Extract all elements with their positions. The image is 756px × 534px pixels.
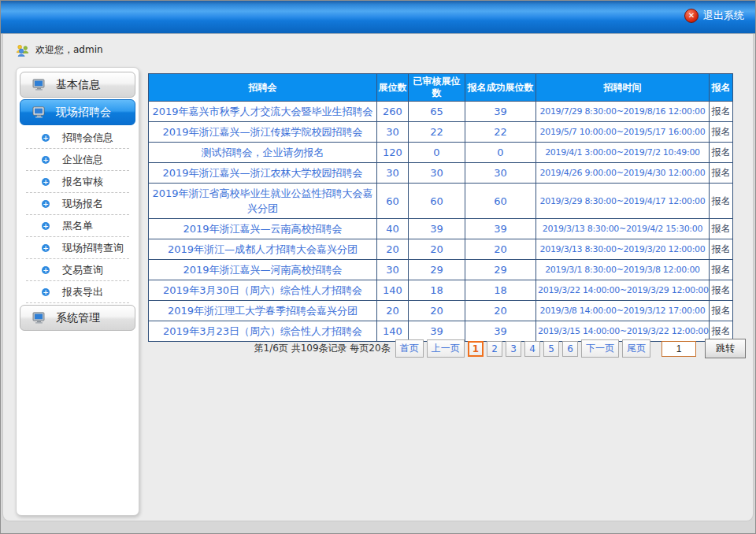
booths-count: 20	[377, 301, 409, 321]
sidebar-submenu-item[interactable]: + 黑名单	[26, 215, 129, 237]
page-number-button[interactable]: 5	[543, 341, 559, 357]
jump-page-input[interactable]	[662, 341, 696, 357]
prev-page-button[interactable]: 上一页	[427, 339, 465, 358]
sidebar-item-onsite-jobfair[interactable]: 现场招聘会	[20, 99, 135, 125]
sidebar-item-label: 基本信息	[56, 78, 100, 92]
jobfair-name-link[interactable]: 2019年嘉兴市秋季人才交流大会暨毕业生招聘会	[149, 102, 377, 122]
monitor-icon	[32, 79, 46, 91]
jobfair-name-link[interactable]: 2019年浙江嘉兴—浙江农林大学校园招聘会	[149, 163, 377, 184]
page-number-button[interactable]: 1	[468, 341, 484, 357]
approved-count: 20	[409, 239, 465, 260]
jobfair-name-link[interactable]: 2019年浙江理工大学春季招聘会嘉兴分团	[149, 301, 377, 321]
recruit-time: 2019/3/1 8:30:00~2019/3/8 12:00:00	[536, 260, 710, 280]
sidebar-submenu-label: 企业信息	[62, 153, 103, 167]
recruit-time: 2019/3/13 8:30:00~2019/3/20 12:00:00	[536, 239, 710, 260]
approved-count: 18	[409, 280, 465, 301]
last-page-button[interactable]: 尾页	[622, 339, 650, 358]
jobfair-name-link[interactable]: 2019年浙江嘉兴—河南高校招聘会	[149, 260, 377, 280]
jobfair-name-link[interactable]: 2019年浙江—成都人才招聘大会嘉兴分团	[149, 239, 377, 260]
booths-count: 20	[377, 239, 409, 260]
col-header-success: 报名成功展位数	[465, 74, 536, 102]
success-count: 60	[465, 184, 536, 219]
welcome-message: 欢迎您，admin	[15, 43, 103, 57]
logout-button[interactable]: ✕ 退出系统	[684, 9, 744, 23]
register-link[interactable]: 报名	[710, 260, 733, 280]
recruit-time: 2019/4/26 9:00:00~2019/4/30 12:00:00	[536, 163, 710, 184]
jobfair-name-link[interactable]: 2019年3月30日（周六）综合性人才招聘会	[149, 280, 377, 301]
register-link[interactable]: 报名	[710, 122, 733, 143]
table-row: 2019年嘉兴市秋季人才交流大会暨毕业生招聘会 260 65 39 2019/7…	[149, 102, 733, 122]
sidebar-item-basic-info[interactable]: 基本信息	[20, 72, 135, 98]
next-page-button[interactable]: 下一页	[581, 339, 619, 358]
table-row: 测试招聘会，企业请勿报名 120 0 0 2019/4/1 3:00:00~20…	[149, 143, 733, 163]
top-bar: ✕ 退出系统	[1, 1, 755, 34]
register-link[interactable]: 报名	[710, 143, 733, 163]
register-link[interactable]: 报名	[710, 280, 733, 301]
sidebar-submenu-item[interactable]: + 企业信息	[26, 149, 129, 171]
sidebar-submenu-label: 招聘会信息	[62, 131, 113, 145]
sidebar-submenu-item[interactable]: + 现场报名	[26, 193, 129, 215]
users-icon	[15, 44, 30, 57]
register-link[interactable]: 报名	[710, 219, 733, 239]
sidebar-submenu-label: 报表导出	[62, 285, 103, 299]
success-count: 18	[465, 280, 536, 301]
table-header-row: 招聘会 展位数 已审核展位数 报名成功展位数 招聘时间 报名	[149, 74, 733, 102]
success-count: 39	[465, 219, 536, 239]
jobfair-name-link[interactable]: 测试招聘会，企业请勿报名	[149, 143, 377, 163]
plus-circle-icon: +	[42, 266, 50, 274]
sidebar-submenu-item[interactable]: + 报名审核	[26, 171, 129, 193]
recruit-time: 2019/3/29 8:30:00~2019/4/17 12:00:00	[536, 184, 710, 219]
table-row: 2019年浙江—成都人才招聘大会嘉兴分团 20 20 20 2019/3/13 …	[149, 239, 733, 260]
register-link[interactable]: 报名	[710, 102, 733, 122]
register-link[interactable]: 报名	[710, 163, 733, 184]
booths-count: 60	[377, 184, 409, 219]
plus-circle-icon: +	[42, 134, 50, 142]
booths-count: 140	[377, 280, 409, 301]
jobfair-table-wrap: 招聘会 展位数 已审核展位数 报名成功展位数 招聘时间 报名 2019年嘉兴市秋…	[148, 73, 733, 342]
recruit-time: 2019/3/22 14:00:00~2019/3/29 12:00:00	[536, 280, 710, 301]
register-link[interactable]: 报名	[710, 239, 733, 260]
plus-circle-icon: +	[42, 288, 50, 296]
table-row: 2019年3月30日（周六）综合性人才招聘会 140 18 18 2019/3/…	[149, 280, 733, 301]
success-count: 29	[465, 260, 536, 280]
page-number-button[interactable]: 3	[506, 341, 521, 357]
sidebar-submenu-item[interactable]: + 交易查询	[26, 259, 129, 281]
approved-count: 29	[409, 260, 465, 280]
booths-count: 30	[377, 163, 409, 184]
col-header-jobfair: 招聘会	[149, 74, 377, 102]
page-number-button[interactable]: 6	[562, 341, 578, 357]
sidebar-submenu-item[interactable]: + 报表导出	[26, 281, 129, 303]
recruit-time: 2019/4/1 3:00:00~2019/7/2 10:49:00	[536, 143, 710, 163]
plus-circle-icon: +	[42, 244, 50, 252]
first-page-button[interactable]: 首页	[395, 339, 424, 358]
booths-count: 30	[377, 122, 409, 143]
success-count: 20	[465, 301, 536, 321]
pagination-summary: 第1/6页 共109条记录 每页20条	[254, 342, 391, 355]
table-row: 2019年浙江理工大学春季招聘会嘉兴分团 20 20 20 2019/3/8 1…	[149, 301, 733, 321]
app-window: ✕ 退出系统 欢迎您，admin	[0, 0, 756, 534]
register-link[interactable]: 报名	[710, 184, 733, 219]
register-link[interactable]: 报名	[710, 301, 733, 321]
page-number-button[interactable]: 2	[487, 341, 502, 357]
col-header-booths: 展位数	[377, 74, 409, 102]
jobfair-name-link[interactable]: 2019年浙江嘉兴—浙江传媒学院校园招聘会	[149, 122, 377, 143]
page-number-button[interactable]: 4	[524, 341, 540, 357]
jobfair-table: 招聘会 展位数 已审核展位数 报名成功展位数 招聘时间 报名 2019年嘉兴市秋…	[148, 73, 733, 342]
booths-count: 260	[377, 102, 409, 122]
booths-count: 30	[377, 260, 409, 280]
sidebar-submenu-item[interactable]: + 招聘会信息	[26, 127, 129, 149]
sidebar-item-system-mgmt[interactable]: 系统管理	[20, 305, 135, 331]
booths-count: 40	[377, 219, 409, 239]
sidebar-submenu-label: 黑名单	[62, 219, 93, 233]
jump-button[interactable]: 跳转	[705, 339, 746, 358]
sidebar-submenu-item[interactable]: + 现场招聘查询	[26, 237, 129, 259]
success-count: 0	[465, 143, 536, 163]
table-row: 2019年浙江嘉兴—浙江农林大学校园招聘会 30 30 30 2019/4/26…	[149, 163, 733, 184]
monitor-icon	[32, 106, 46, 118]
jobfair-name-link[interactable]: 2019年浙江省高校毕业生就业公益性招聘大会嘉兴分团	[149, 184, 377, 219]
table-row: 2019年浙江嘉兴—河南高校招聘会 30 29 29 2019/3/1 8:30…	[149, 260, 733, 280]
sidebar-submenu-label: 现场报名	[62, 197, 103, 211]
success-count: 30	[465, 163, 536, 184]
logout-label: 退出系统	[703, 9, 744, 23]
jobfair-name-link[interactable]: 2019年浙江嘉兴—云南高校招聘会	[149, 219, 377, 239]
